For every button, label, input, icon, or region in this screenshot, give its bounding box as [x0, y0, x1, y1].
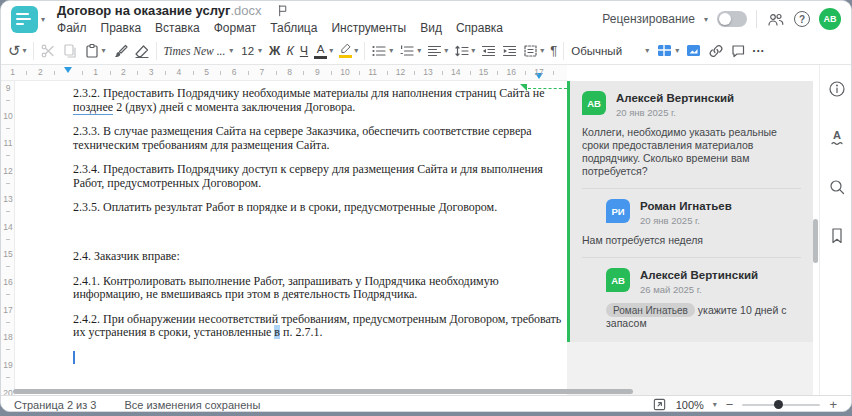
- cut-button[interactable]: [37, 39, 59, 63]
- chevron-down-icon[interactable]: ▾: [713, 400, 717, 409]
- comments-panel: АВАлексей Вертинский20 янв 2025 г.Коллег…: [567, 65, 813, 395]
- ruler-tick: [26, 71, 27, 75]
- undo-button[interactable]: ↺▾: [5, 39, 30, 63]
- menu-item-Таблица[interactable]: Таблица: [270, 21, 317, 35]
- chevron-down-icon[interactable]: ▾: [704, 15, 708, 24]
- text-run: их устранения в сроки, установленные: [73, 325, 274, 339]
- align-left-icon[interactable]: ▾: [424, 39, 451, 63]
- text-run: 2.3.5. Оплатить результат Работ в порядк…: [73, 200, 497, 214]
- review-toggle[interactable]: [717, 11, 747, 27]
- text-run: Работ, предусмотренных Договором.: [73, 176, 261, 190]
- bookmark-icon[interactable]: [829, 226, 845, 245]
- page-indicator[interactable]: Страница 2 из 3: [14, 399, 96, 411]
- bold-button[interactable]: Ж: [266, 39, 283, 63]
- save-status: Все изменения сохранены: [124, 399, 260, 411]
- doc-paragraph: 2.4.2. При обнаружении несоответствий тр…: [73, 313, 567, 340]
- formatting-toolbar: ↺▾ ▾ Times New ...▾ 12▾ Ж К Ч А ▾: [1, 37, 851, 65]
- comment-item[interactable]: АВАлексей Вертинский20 янв 2025 г.Коллег…: [582, 91, 801, 178]
- doc-line: 2.3.5. Оплатить результат Работ в порядк…: [73, 201, 567, 215]
- document-page[interactable]: 2.3.2. Предоставить Подрядчику необходим…: [15, 81, 567, 395]
- zoom-in-button[interactable]: +: [829, 398, 837, 411]
- ruler-number: 10: [340, 67, 349, 77]
- table-icon[interactable]: ▾: [653, 39, 682, 63]
- ruler-number: 5: [204, 67, 209, 77]
- comment-thread[interactable]: АВАлексей Вертинский20 янв 2025 г.Коллег…: [567, 81, 813, 342]
- zoom-level[interactable]: 100%: [676, 399, 704, 411]
- ruler-number: 1: [93, 67, 98, 77]
- spellcheck-icon[interactable]: А: [828, 128, 846, 147]
- ruler-number: 6: [232, 67, 237, 77]
- doc-paragraph: 2.3.3. В случае размещения Сайта на серв…: [73, 125, 567, 152]
- comments-scrollbar[interactable]: [813, 219, 818, 263]
- font-color-button[interactable]: А ▾: [311, 39, 336, 63]
- menu-item-Инструменты[interactable]: Инструменты: [331, 21, 406, 35]
- doc-line: техническим требованиям для размещения С…: [73, 139, 567, 153]
- help-icon[interactable]: ?: [794, 11, 810, 27]
- user-avatar[interactable]: АВ: [819, 8, 841, 30]
- doc-line: Работ, предусмотренных Договором.: [73, 177, 567, 191]
- review-mode-label[interactable]: Рецензирование: [602, 12, 695, 26]
- clear-format-icon[interactable]: [131, 39, 153, 63]
- style-select[interactable]: Обычный▾: [567, 40, 653, 62]
- paragraph-mark-button[interactable]: ¶: [547, 39, 560, 63]
- horizontal-scrollbar[interactable]: [13, 389, 633, 394]
- app-logo-icon[interactable]: [11, 6, 38, 33]
- image-icon[interactable]: [682, 39, 705, 63]
- ruler-number: 4: [176, 67, 181, 77]
- ruler-tick: [6, 377, 10, 378]
- comment-author: Алексей Вертинский: [640, 269, 758, 281]
- menu-item-Формат[interactable]: Формат: [214, 21, 257, 35]
- zoom-out-button[interactable]: −: [726, 398, 734, 411]
- menu-item-Файл[interactable]: Файл: [57, 21, 87, 35]
- ruler-number: 18: [2, 332, 14, 342]
- highlight-icon[interactable]: ▾: [336, 39, 361, 63]
- doc-paragraph: [73, 226, 567, 240]
- menu-item-Вид[interactable]: Вид: [420, 21, 442, 35]
- comment-connector-line: [528, 88, 567, 89]
- paste-button[interactable]: ▾: [81, 39, 109, 63]
- menu-item-Вставка[interactable]: Вставка: [155, 21, 200, 35]
- doc-paragraph: 2.3.4. Предоставить Подрядчику доступ к …: [73, 163, 567, 190]
- line-spacing-icon[interactable]: ▾: [451, 39, 478, 63]
- ruler-number: 3: [149, 67, 154, 77]
- comment-avatar: АВ: [606, 268, 630, 292]
- ruler-number: 7: [260, 67, 265, 77]
- italic-button[interactable]: К: [283, 39, 296, 63]
- left-indent-marker[interactable]: [64, 67, 72, 73]
- format-painter-icon[interactable]: [109, 39, 131, 63]
- menu-item-Правка[interactable]: Правка: [101, 21, 142, 35]
- comment-item[interactable]: АВАлексей Вертинский26 май 2025 г.Роман …: [582, 268, 801, 330]
- ruler-number: 14: [2, 222, 14, 232]
- ruler-number: 19: [2, 360, 14, 370]
- menu-item-Справка[interactable]: Справка: [456, 21, 503, 35]
- chevron-down-icon[interactable]: ▾: [41, 15, 45, 24]
- outdent-icon[interactable]: [478, 39, 499, 63]
- doc-line: 2.3.2. Предоставить Подрядчику необходим…: [73, 87, 567, 101]
- font-size-select[interactable]: 12▾: [237, 40, 266, 62]
- mention-chip[interactable]: Роман Игнатьев: [606, 303, 695, 317]
- svg-text:А: А: [833, 129, 841, 141]
- doc-paragraph: 2.3.5. Оплатить результат Работ в порядк…: [73, 201, 567, 215]
- zoom-slider[interactable]: [742, 404, 820, 406]
- comment-item[interactable]: РИРоман Игнатьев20 янв 2025 г.Нам потреб…: [582, 199, 801, 247]
- search-icon[interactable]: [828, 177, 846, 196]
- comment-anchor-icon: [520, 84, 527, 91]
- info-icon[interactable]: [828, 79, 846, 98]
- fit-page-icon[interactable]: [652, 395, 667, 412]
- bullet-list-icon[interactable]: ▾: [368, 39, 396, 63]
- paragraph-settings-icon[interactable]: ▾: [520, 39, 547, 63]
- indent-icon[interactable]: [499, 39, 520, 63]
- doc-line: их устранения в сроки, установленные в п…: [73, 326, 567, 340]
- link-icon[interactable]: [705, 39, 727, 63]
- more-tools-button[interactable]: ···: [749, 39, 768, 63]
- ruler-number: 8: [287, 67, 292, 77]
- users-icon[interactable]: [766, 11, 785, 28]
- flag-icon[interactable]: [276, 4, 289, 17]
- doc-line: [73, 226, 567, 240]
- font-family-select[interactable]: Times New ...▾: [160, 40, 238, 62]
- copy-button[interactable]: [59, 39, 81, 63]
- comment-date: 20 янв 2025 г.: [616, 107, 734, 118]
- comment-icon[interactable]: [727, 39, 749, 63]
- numbered-list-icon[interactable]: ▾: [396, 39, 424, 63]
- underline-button[interactable]: Ч: [297, 39, 311, 63]
